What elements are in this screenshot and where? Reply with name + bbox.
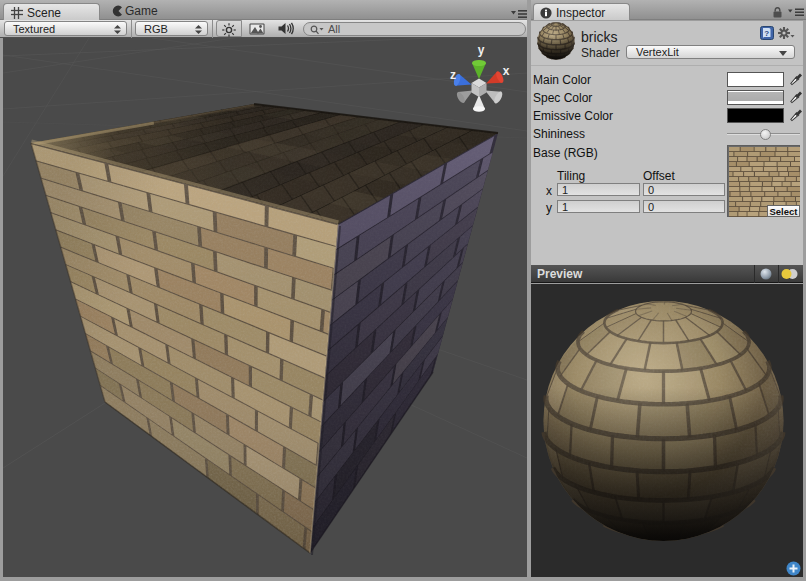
svg-text:y: y	[478, 43, 485, 57]
svg-text:z: z	[450, 68, 456, 82]
svg-text:?: ?	[764, 29, 769, 38]
svg-text:x: x	[503, 64, 510, 78]
